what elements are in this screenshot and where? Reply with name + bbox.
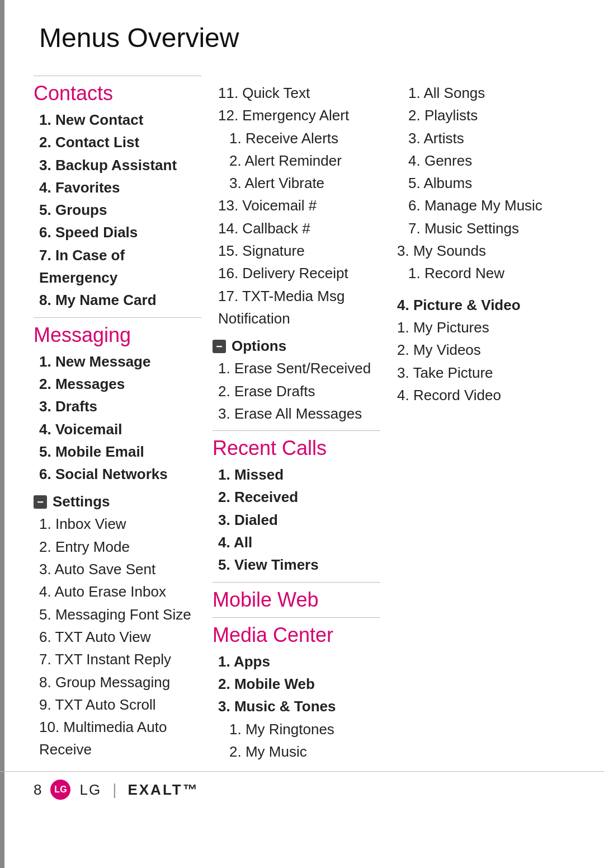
list-item: 3. Music & Tones: [213, 695, 380, 717]
list-item: 7. TXT Instant Reply: [34, 648, 201, 670]
list-item: 6. Manage My Music: [391, 194, 559, 217]
list-item: 17. TXT-Media Msg Notification: [213, 285, 380, 330]
list-item: 1. Inbox View: [34, 513, 201, 535]
list-item: 2. Playlists: [391, 104, 559, 126]
footer-model: EXALT™: [128, 781, 199, 799]
list-item: 3. Alert Vibrate: [213, 172, 380, 194]
list-item: 14. Callback #: [213, 217, 380, 240]
list-item: 15. Signature: [213, 240, 380, 262]
options-row: − Options: [213, 337, 380, 355]
settings-row: − Settings: [34, 493, 201, 510]
list-item: 2. Mobile Web: [213, 673, 380, 695]
list-item: 1. Receive Alerts: [213, 127, 380, 149]
contacts-heading: Contacts: [34, 82, 201, 105]
list-item: 1. New Message: [34, 350, 201, 373]
list-item: 1. New Contact: [34, 109, 201, 131]
messaging-heading: Messaging: [34, 323, 201, 347]
footer-brand: LG: [79, 781, 101, 799]
list-item: 5. Groups: [34, 199, 201, 221]
list-item: 5. Mobile Email: [34, 440, 201, 463]
footer: 8 LG LG | EXALT™: [0, 771, 604, 808]
list-item: 2. Messages: [34, 373, 201, 395]
list-item: 4. Favorites: [34, 176, 201, 199]
list-item: 3. Dialed: [213, 509, 380, 531]
list-item: 7. In Case of Emergency: [34, 244, 201, 289]
list-item: 13. Voicemail #: [213, 194, 380, 217]
column-2: 11. Quick Text 12. Emergency Alert 1. Re…: [213, 70, 391, 763]
list-item: 16. Delivery Receipt: [213, 262, 380, 284]
list-item: 3. Take Picture: [391, 362, 559, 384]
list-item: 3. Drafts: [34, 395, 201, 417]
list-item: 7. Music Settings: [391, 217, 559, 240]
list-item: 1. My Ringtones: [213, 718, 380, 740]
divider-recent-calls: [213, 430, 380, 431]
list-item: 3. Artists: [391, 127, 559, 149]
list-item: 2. My Music: [213, 740, 380, 763]
list-item: 1. My Pictures: [391, 316, 559, 339]
options-label: Options: [232, 337, 286, 355]
list-item: 4. Genres: [391, 149, 559, 172]
list-item: 6. Social Networks: [34, 463, 201, 485]
list-item: 4. Record Video: [391, 384, 559, 406]
divider-mobile-web: [213, 582, 380, 583]
list-item: 3. Auto Save Sent: [34, 558, 201, 580]
list-item: 1. Apps: [213, 650, 380, 673]
list-item: 8. My Name Card: [34, 289, 201, 311]
lg-logo-text: LG: [54, 785, 67, 794]
footer-page-number: 8: [34, 781, 41, 799]
list-item: 2. Alert Reminder: [213, 149, 380, 172]
list-item: 1. Missed: [213, 463, 380, 486]
list-item: 6. Speed Dials: [34, 221, 201, 243]
list-item: 8. Group Messaging: [34, 671, 201, 693]
list-item: 1. Erase Sent/Received: [213, 357, 380, 379]
list-item: 6. TXT Auto View: [34, 626, 201, 648]
list-item: 4. Voicemail: [34, 418, 201, 440]
media-center-heading: Media Center: [213, 623, 380, 647]
list-item: 2. Contact List: [34, 131, 201, 153]
page-title: Menus Overview: [39, 22, 570, 53]
list-item: 11. Quick Text: [213, 82, 380, 104]
divider-messaging: [34, 317, 201, 318]
page-container: Menus Overview Contacts 1. New Contact 2…: [0, 0, 604, 808]
list-item: 4. All: [213, 531, 380, 553]
divider-media-center: [213, 617, 380, 618]
list-item: 2. My Videos: [391, 339, 559, 361]
list-item: 5. View Timers: [213, 553, 380, 576]
list-item: 3. Backup Assistant: [34, 154, 201, 176]
list-item: 3. Erase All Messages: [213, 402, 380, 425]
footer-logo: LG: [50, 780, 70, 800]
list-item: 2. Erase Drafts: [213, 380, 380, 402]
options-icon: −: [213, 340, 226, 353]
list-item: 5. Albums: [391, 172, 559, 194]
column-1: Contacts 1. New Contact 2. Contact List …: [34, 70, 213, 761]
settings-icon: −: [34, 495, 47, 509]
divider-contacts-top: [34, 76, 201, 76]
list-item: 9. TXT Auto Scroll: [34, 693, 201, 716]
footer-separator: |: [112, 781, 116, 799]
recent-calls-heading: Recent Calls: [213, 437, 380, 460]
list-item: 1. Record New: [391, 262, 559, 284]
list-item: 2. Received: [213, 486, 380, 508]
list-item: 5. Messaging Font Size: [34, 603, 201, 626]
list-item: 4. Auto Erase Inbox: [34, 580, 201, 603]
list-item: 2. Entry Mode: [34, 536, 201, 558]
picture-video-heading: 4. Picture & Video: [391, 294, 559, 316]
list-item: 3. My Sounds: [391, 240, 559, 262]
list-item: 10. Multimedia Auto Receive: [34, 716, 201, 761]
lg-logo-circle: LG: [50, 780, 70, 800]
list-item: 1. All Songs: [391, 82, 559, 104]
settings-label: Settings: [53, 493, 110, 510]
list-item: 12. Emergency Alert: [213, 104, 380, 126]
mobile-web-heading: Mobile Web: [213, 588, 380, 612]
main-columns: Contacts 1. New Contact 2. Contact List …: [34, 70, 570, 763]
column-3: 1. All Songs 2. Playlists 3. Artists 4. …: [391, 70, 570, 406]
